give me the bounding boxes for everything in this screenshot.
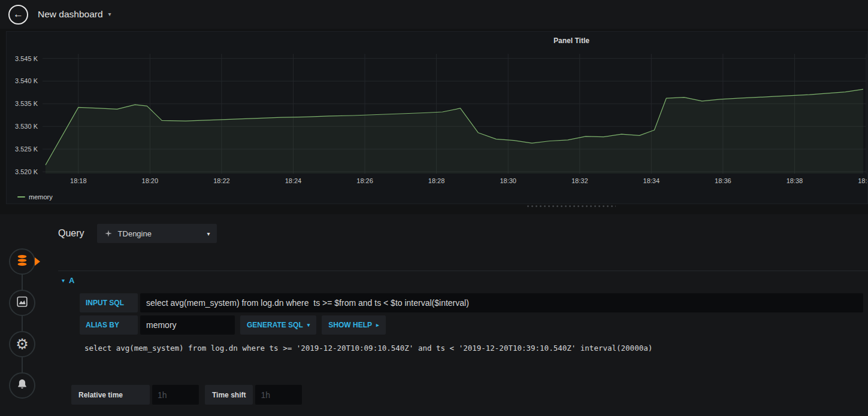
datasource-name: TDengine xyxy=(118,229,152,238)
memory-timeseries-chart: 3.545 K3.540 K3.535 K3.530 K3.525 K3.520… xyxy=(7,32,867,204)
graph-panel: Panel Title 3.545 K3.540 K3.535 K3.530 K… xyxy=(6,31,868,204)
svg-text:18:28: 18:28 xyxy=(428,177,445,184)
gear-icon: ⚙ xyxy=(16,337,29,351)
tab-connector-line xyxy=(22,262,23,385)
svg-text:3.535 K: 3.535 K xyxy=(15,100,38,107)
alias-by-field[interactable] xyxy=(140,315,235,335)
tdengine-logo-icon xyxy=(104,229,113,238)
dashboard-title: New dashboard xyxy=(38,9,103,20)
input-sql-field[interactable] xyxy=(140,293,863,312)
query-header: Query TDengine ▾ xyxy=(58,224,217,243)
svg-text:3.525 K: 3.525 K xyxy=(15,145,38,153)
chevron-down-icon: ▾ xyxy=(62,277,65,284)
chevron-down-icon: ▾ xyxy=(108,11,111,17)
dashboard-title-dropdown[interactable]: New dashboard ▾ xyxy=(38,9,111,20)
database-icon xyxy=(16,254,29,269)
relative-time-label: Relative time xyxy=(71,385,150,405)
datasource-picker[interactable]: TDengine ▾ xyxy=(97,224,217,243)
chevron-right-icon: ▸ xyxy=(376,322,379,328)
tab-visualization[interactable] xyxy=(9,290,35,316)
svg-text:18:20: 18:20 xyxy=(142,177,159,184)
svg-text:18:22: 18:22 xyxy=(213,177,230,184)
scroll-handle[interactable] xyxy=(526,205,616,208)
generate-sql-button[interactable]: GENERATE SQL ▾ xyxy=(240,315,316,335)
generate-sql-label: GENERATE SQL xyxy=(247,321,303,329)
time-options-row: Relative time Time shift xyxy=(71,385,308,405)
editor-tab-strip: ⚙ xyxy=(0,214,48,416)
show-help-label: SHOW HELP xyxy=(328,321,372,329)
legend-label: memory xyxy=(29,193,53,201)
svg-text:3.530 K: 3.530 K xyxy=(15,123,38,130)
query-row-toggle[interactable]: ▾ A xyxy=(58,271,868,290)
relative-time-input[interactable] xyxy=(152,385,199,405)
svg-text:3.540 K: 3.540 K xyxy=(15,77,38,84)
query-form: INPUT SQL ALIAS BY GENERATE SQL ▾ SHOW H… xyxy=(80,293,863,353)
svg-text:18:32: 18:32 xyxy=(571,177,588,184)
svg-text:18:30: 18:30 xyxy=(500,177,516,184)
input-sql-row: INPUT SQL xyxy=(80,293,863,312)
generated-sql-preview: select avg(mem_system) from log.dn where… xyxy=(80,344,863,353)
input-sql-label: INPUT SQL xyxy=(80,293,138,312)
time-shift-input[interactable] xyxy=(255,385,302,405)
alias-row: ALIAS BY GENERATE SQL ▾ SHOW HELP ▸ xyxy=(80,315,863,335)
query-section-title: Query xyxy=(58,228,84,239)
svg-text:3.545 K: 3.545 K xyxy=(15,55,38,62)
svg-text:18:38: 18:38 xyxy=(787,177,803,184)
chart-icon xyxy=(16,295,29,311)
chevron-down-icon: ▾ xyxy=(307,322,310,328)
show-help-button[interactable]: SHOW HELP ▸ xyxy=(322,315,385,335)
chevron-down-icon: ▾ xyxy=(207,230,210,237)
back-button[interactable]: ← xyxy=(8,5,28,25)
time-shift-label: Time shift xyxy=(205,385,253,405)
tab-general[interactable]: ⚙ xyxy=(9,331,35,357)
legend-item-memory[interactable]: memory xyxy=(17,193,53,201)
tab-queries[interactable] xyxy=(9,248,35,275)
top-navbar: ← New dashboard ▾ xyxy=(0,0,868,29)
legend-swatch xyxy=(17,196,25,198)
svg-text:18:34: 18:34 xyxy=(643,177,660,184)
query-ref-letter: A xyxy=(69,276,74,285)
panel-editor: ⚙ Query TDengine ▾ xyxy=(0,214,868,416)
alias-by-label: ALIAS BY xyxy=(80,315,138,335)
svg-text:18:18: 18:18 xyxy=(70,177,87,184)
bell-icon xyxy=(16,378,28,393)
svg-text:18:24: 18:24 xyxy=(285,177,302,184)
tab-alert[interactable] xyxy=(9,372,35,399)
svg-text:3.520 K: 3.520 K xyxy=(15,168,38,175)
svg-text:18:26: 18:26 xyxy=(356,177,373,184)
svg-text:18:40: 18:40 xyxy=(858,177,867,184)
back-arrow-icon: ← xyxy=(13,8,23,20)
svg-text:18:36: 18:36 xyxy=(715,177,731,184)
query-editor: Query TDengine ▾ ▾ A INPUT SQL ALIAS xyxy=(48,214,868,416)
